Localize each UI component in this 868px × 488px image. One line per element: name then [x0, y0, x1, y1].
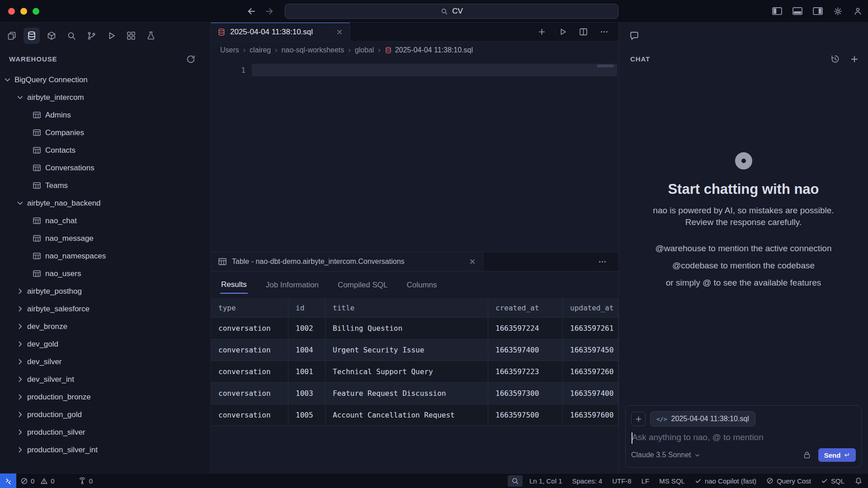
table-cell[interactable]: 1663597261 — [563, 318, 618, 339]
tree-item-contacts[interactable]: Contacts — [0, 141, 211, 159]
refresh-icon[interactable] — [186, 55, 195, 64]
tree-item-nao-message[interactable]: nao_message — [0, 230, 211, 247]
table-cell[interactable]: 1002 — [288, 318, 326, 339]
tree-item-airbyte-nao-backend[interactable]: airbyte_nao_backend — [0, 194, 211, 212]
toggle-sidebar-right-icon[interactable] — [813, 7, 823, 15]
close-tab-icon[interactable] — [336, 28, 343, 36]
table-cell[interactable]: Technical Support Query — [326, 361, 488, 383]
table-cell[interactable]: conversation — [211, 404, 288, 426]
table-cell[interactable]: 1663597223 — [488, 361, 563, 383]
send-button[interactable]: Send ↵ — [818, 448, 856, 462]
forward-icon[interactable] — [265, 6, 274, 16]
breadcrumb-item-global[interactable]: global — [355, 46, 374, 54]
model-selector[interactable]: Claude 3.5 Sonnet — [631, 451, 700, 459]
table-cell[interactable]: 1004 — [288, 339, 326, 361]
lock-icon[interactable] — [803, 451, 811, 459]
settings-gear-icon[interactable] — [833, 6, 843, 16]
table-cell[interactable]: conversation — [211, 361, 288, 383]
search-icon[interactable] — [63, 28, 80, 44]
table-cell[interactable]: 1003 — [288, 383, 326, 404]
run-icon[interactable] — [103, 28, 119, 44]
tree-item-dev-bronze[interactable]: dev_bronze — [0, 318, 211, 335]
chevron-down-icon[interactable] — [16, 94, 27, 101]
beaker-icon[interactable] — [143, 28, 159, 44]
indentation-setting[interactable]: Spaces: 4 — [567, 474, 607, 488]
tree-item-nao-users[interactable]: nao_users — [0, 265, 211, 282]
run-query-icon[interactable] — [558, 28, 567, 36]
chat-input[interactable] — [632, 432, 855, 442]
tree-item-production-silver-int[interactable]: production_silver_int — [0, 441, 211, 459]
table-cell[interactable]: Urgent Security Issue — [326, 339, 488, 361]
tree-item-production-silver[interactable]: production_silver — [0, 423, 211, 441]
back-icon[interactable] — [246, 6, 256, 16]
chevron-right-icon[interactable] — [16, 375, 27, 383]
problems-indicator[interactable]: 0 0 — [16, 474, 59, 488]
tree-item-airbyte-posthog[interactable]: airbyte_posthog — [0, 282, 211, 300]
table-cell[interactable]: conversation — [211, 318, 288, 339]
new-chat-icon[interactable] — [850, 55, 859, 64]
table-cell[interactable]: Billing Question — [326, 318, 488, 339]
results-tab-compiled-sql[interactable]: Compiled SQL — [337, 277, 389, 293]
chevron-down-icon[interactable] — [4, 76, 14, 84]
table-cell[interactable]: 1663597450 — [563, 339, 618, 361]
query-cost-indicator[interactable]: Query Cost — [761, 474, 816, 488]
cursor-position[interactable]: Ln 1, Col 1 — [524, 474, 567, 488]
add-attachment-icon[interactable] — [631, 412, 646, 426]
table-cell[interactable]: 1663597260 — [563, 361, 618, 383]
table-cell[interactable]: 1001 — [288, 361, 326, 383]
code-editor[interactable]: 1 — [211, 58, 618, 252]
tree-item-airbyte-intercom[interactable]: airbyte_intercom — [0, 89, 211, 106]
toggle-sidebar-left-icon[interactable] — [772, 7, 782, 15]
toggle-panel-icon[interactable] — [793, 7, 802, 15]
table-cell[interactable]: 1663597500 — [488, 404, 563, 426]
panel-more-actions-icon[interactable] — [598, 258, 607, 266]
chevron-right-icon[interactable] — [16, 305, 27, 313]
chat-icon[interactable] — [629, 31, 639, 41]
minimize-window-button[interactable] — [20, 8, 27, 14]
more-actions-icon[interactable] — [600, 28, 609, 36]
git-branch-icon[interactable] — [83, 28, 99, 44]
table-cell[interactable]: 1663597600 — [563, 404, 618, 426]
chevron-right-icon[interactable] — [16, 340, 27, 348]
tree-item-dev-silver[interactable]: dev_silver — [0, 353, 211, 371]
results-panel-tab[interactable]: Table - nao-dbt-demo.airbyte_intercom.Co… — [211, 252, 483, 271]
tree-item-dev-silver-int[interactable]: dev_silver_int — [0, 371, 211, 388]
tree-item-companies[interactable]: Companies — [0, 124, 211, 141]
table-cell[interactable]: 1663597300 — [488, 383, 563, 404]
table-cell[interactable]: 1663597400 — [488, 339, 563, 361]
results-tab-results[interactable]: Results — [220, 277, 248, 294]
tree-item-bigquery-connection[interactable]: BigQuery Connection — [0, 71, 211, 89]
chevron-right-icon[interactable] — [16, 411, 27, 418]
tree-item-conversations[interactable]: Conversations — [0, 159, 211, 177]
table-cell[interactable]: conversation — [211, 339, 288, 361]
breadcrumb-item-claireg[interactable]: claireg — [250, 46, 271, 54]
copilot-status[interactable]: nao Copilot (fast) — [690, 474, 761, 488]
zoom-icon[interactable] — [508, 475, 523, 487]
tree-item-nao-namespaces[interactable]: nao_namespaces — [0, 247, 211, 265]
chevron-right-icon[interactable] — [16, 287, 27, 295]
table-cell[interactable]: Feature Request Discussion — [326, 383, 488, 404]
zoom-window-button[interactable] — [33, 8, 39, 14]
split-editor-icon[interactable] — [579, 28, 588, 36]
table-cell[interactable]: 1663597224 — [488, 318, 563, 339]
chevron-right-icon[interactable] — [16, 393, 27, 401]
tree-item-production-bronze[interactable]: production_bronze — [0, 388, 211, 406]
sql-status[interactable]: SQL — [816, 474, 849, 488]
chevron-right-icon[interactable] — [16, 358, 27, 366]
tree-item-nao-chat[interactable]: nao_chat — [0, 212, 211, 230]
tree-item-admins[interactable]: Admins — [0, 106, 211, 124]
chevron-right-icon[interactable] — [16, 446, 27, 454]
breadcrumb-item-users[interactable]: Users — [220, 46, 239, 54]
copy-icon[interactable] — [4, 28, 20, 44]
database-icon[interactable] — [24, 28, 40, 44]
remote-indicator[interactable] — [0, 474, 16, 488]
language-mode[interactable]: MS SQL — [654, 474, 690, 488]
ports-indicator[interactable]: 0 — [74, 474, 97, 488]
table-cell[interactable]: 1005 — [288, 404, 326, 426]
breadcrumb-file[interactable]: 2025-04-04 11:38:10.sql — [385, 46, 473, 54]
results-tab-columns[interactable]: Columns — [406, 277, 438, 293]
new-tab-icon[interactable] — [538, 28, 546, 36]
agent-icon[interactable] — [853, 6, 863, 16]
table-cell[interactable]: Account Cancellation Request — [326, 404, 488, 426]
chevron-right-icon[interactable] — [16, 428, 27, 436]
